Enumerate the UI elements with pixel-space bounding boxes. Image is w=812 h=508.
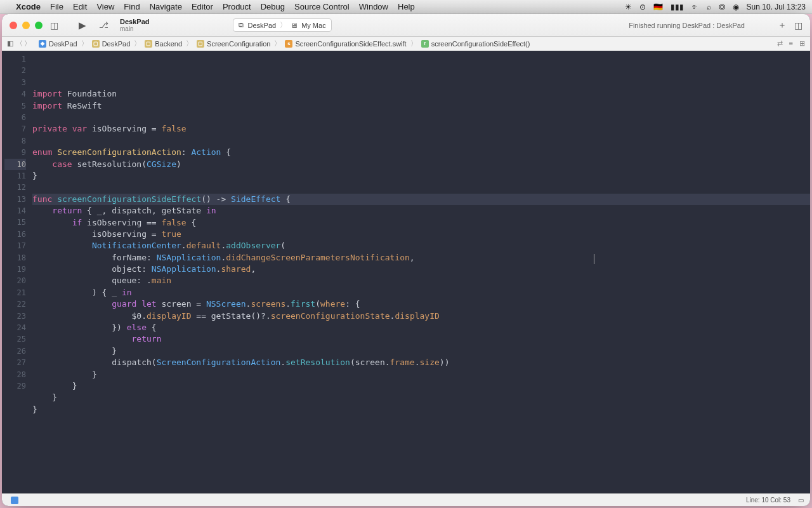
code-line[interactable]: $0.displayID == getState()?.screenConfig… [32,311,810,322]
code-line[interactable]: } [32,369,810,380]
sidebar-toggle-icon[interactable]: ◫ [50,20,58,30]
mac-menubar: Xcode File Edit View Find Navigate Edito… [0,0,812,14]
minimize-button[interactable] [22,22,30,29]
scheme-selector[interactable]: DeskPad main [120,18,149,32]
run-destination[interactable]: ⧉ DeskPad 〉 🖥 My Mac [233,18,331,32]
code-line[interactable]: } [32,404,810,415]
code-line[interactable]: return { _, dispatch, getState in [32,205,810,217]
code-line[interactable]: isObserving = true [32,229,810,240]
code-line[interactable]: if isObserving == false { [32,217,810,229]
menu-edit[interactable]: Edit [73,2,87,11]
search-icon[interactable]: ⌕ [707,3,711,11]
code-line[interactable]: } [32,170,810,182]
jump-bar: ◧ 〈 〉 ◆DeskPad 〉 ▢DeskPad 〉 ▢Backend 〉 ▢… [2,37,810,51]
branch-icon[interactable]: ⎇ [99,20,108,30]
menu-debug[interactable]: Debug [261,2,285,11]
toolbar: ◫ ▶ ⎇ DeskPad main ⧉ DeskPad 〉 🖥 My Mac … [2,14,810,37]
app-icon: ⧉ [239,21,244,29]
code-line[interactable]: dispatch(ScreenConfigurationAction.setRe… [32,357,810,368]
timer-icon[interactable]: ⊙ [639,3,646,11]
code-line[interactable]: func screenConfigurationSideEffect() -> … [32,194,810,205]
close-button[interactable] [10,22,17,29]
code-line[interactable]: forName: NSApplication.didChangeScreenPa… [32,252,810,264]
menu-view[interactable]: View [96,2,114,11]
brightness-icon[interactable]: ☀ [625,3,632,11]
code-line[interactable]: queue: .main [32,275,810,286]
breadcrumb-file[interactable]: sScreenConfigurationSideEffect.swift [285,40,406,48]
scheme-title: DeskPad [120,18,149,25]
code-line[interactable]: enum ScreenConfigurationAction: Action { [32,147,810,158]
code-editor[interactable]: 1234567891011121314151617181920212223242… [2,51,810,493]
target-device: My Mac [301,22,326,29]
device-icon: 🖥 [291,22,298,29]
flag-icon[interactable]: 🇩🇪 [653,3,663,11]
activity-status: Finished running DeskPad : DeskPad [629,22,745,29]
related-items-icon[interactable]: ◧ [7,39,13,48]
clock[interactable]: Sun 10. Jul 13:23 [747,3,806,11]
code-line[interactable]: }) else { [32,322,810,333]
code-line[interactable]: guard let screen = NSScreen.screens.firs… [32,298,810,310]
code-line[interactable]: import ReSwift [32,100,810,112]
menu-editor[interactable]: Editor [192,2,213,11]
code-line[interactable]: ) { _ in [32,287,810,298]
code-area[interactable]: import Foundationimport ReSwiftprivate v… [32,51,810,493]
code-line[interactable]: } [32,392,810,403]
debug-area-toggle-icon[interactable] [11,497,18,504]
code-line[interactable]: } [32,380,810,392]
code-line[interactable] [32,135,810,147]
menu-window[interactable]: Window [359,2,388,11]
add-tab-icon[interactable]: ＋ [778,20,787,31]
forward-button[interactable]: 〉 [24,39,31,48]
code-line[interactable]: } [32,345,810,357]
breadcrumb-group[interactable]: ▢DeskPad [92,40,131,48]
code-line[interactable]: return [32,333,810,345]
target-app: DeskPad [247,22,276,29]
xcode-window: ◫ ▶ ⎇ DeskPad main ⧉ DeskPad 〉 🖥 My Mac … [2,14,810,506]
breadcrumb-symbol[interactable]: fscreenConfigurationSideEffect() [421,40,530,48]
cursor-position: Line: 10 Col: 53 [746,497,790,504]
menu-file[interactable]: File [50,2,63,11]
breadcrumb-folder[interactable]: ▢Backend [145,40,182,48]
code-line[interactable]: private var isObserving = false [32,123,810,135]
control-center-icon[interactable]: ⏣ [719,3,725,11]
add-editor-icon[interactable]: ⊞ [799,39,805,48]
library-icon[interactable]: ◫ [794,20,802,30]
bottom-panel-icon[interactable]: ▭ [798,497,804,504]
code-line[interactable]: NotificationCenter.default.addObserver( [32,240,810,251]
battery-icon[interactable]: ▮▮▮ [671,3,684,11]
menu-source-control[interactable]: Source Control [294,2,350,11]
adjust-editor-icon[interactable]: ≡ [789,39,793,48]
menu-find[interactable]: Find [124,2,140,11]
run-button[interactable]: ▶ [79,20,86,31]
code-line[interactable] [32,112,810,123]
window-controls [10,22,43,29]
menu-product[interactable]: Product [223,2,251,11]
code-line[interactable]: case setResolution(CGSize) [32,159,810,170]
scheme-branch: main [120,25,149,32]
zoom-button[interactable] [35,22,43,29]
code-line[interactable]: import Foundation [32,88,810,100]
wifi-icon[interactable]: ᯤ [691,3,699,11]
line-gutter: 1234567891011121314151617181920212223242… [2,51,32,493]
text-cursor-icon [594,254,594,264]
breadcrumb-project[interactable]: ◆DeskPad [39,40,77,48]
app-menu[interactable]: Xcode [16,2,41,11]
bottom-bar: Line: 10 Col: 53 ▭ [2,493,810,506]
menu-navigate[interactable]: Navigate [150,2,182,11]
siri-icon[interactable]: ◉ [733,3,739,11]
back-button[interactable]: 〈 [16,39,23,48]
code-line[interactable] [32,182,810,193]
editor-options-icon[interactable]: ⇄ [777,39,783,48]
code-line[interactable]: object: NSApplication.shared, [32,264,810,275]
breadcrumb-folder-2[interactable]: ▢ScreenConfiguration [197,40,270,48]
menu-help[interactable]: Help [398,2,415,11]
code-line[interactable] [32,415,810,427]
